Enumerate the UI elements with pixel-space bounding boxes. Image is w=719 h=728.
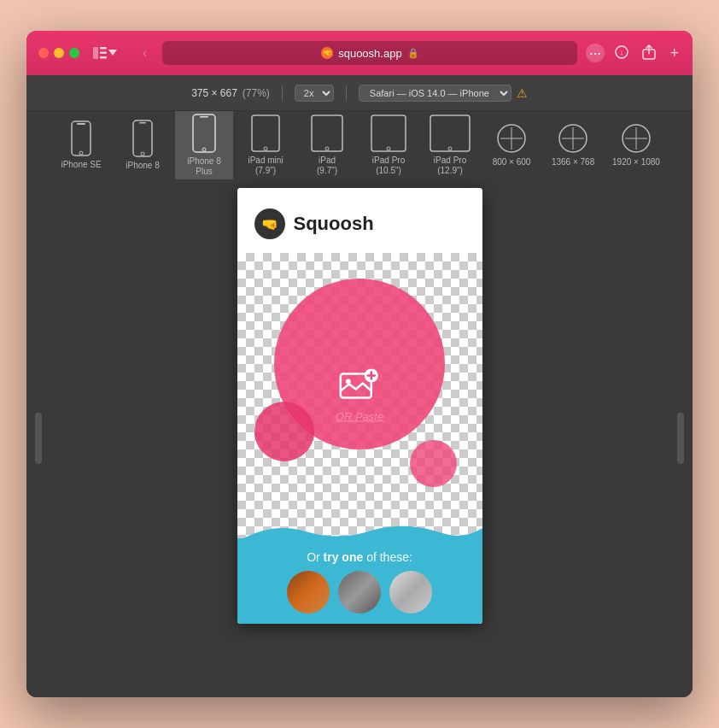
svg-rect-10 — [133, 120, 152, 156]
upload-icon — [339, 369, 380, 403]
squoosh-title: Squoosh — [294, 213, 374, 235]
device-ipad-pro-12[interactable]: iPad Pro(12.9") — [421, 111, 479, 179]
viewport-area: 🤜 Squoosh — [26, 179, 693, 697]
sample-image-3[interactable] — [389, 571, 432, 614]
svg-point-17 — [264, 147, 267, 150]
squoosh-header: 🤜 Squoosh — [237, 188, 482, 253]
blue-wave-svg — [237, 521, 482, 542]
browser-window: ‹ 🤜 squoosh.app 🔒 ··· ↓ + — [26, 31, 693, 697]
res-1920-label: 1920 × 1080 — [612, 157, 660, 167]
sample-image-2[interactable] — [338, 571, 381, 614]
sidebar-toggle-button[interactable] — [88, 44, 122, 62]
ipad-pro-10-icon — [371, 114, 406, 152]
scroll-handle-right[interactable] — [677, 413, 684, 464]
squoosh-app: 🤜 Squoosh — [237, 188, 482, 624]
squoosh-logo: 🤜 — [254, 208, 285, 239]
ipad-pro-12-icon — [430, 114, 471, 152]
ipad-pro-12-label: iPad Pro(12.9") — [434, 156, 466, 176]
separator-2 — [346, 85, 347, 101]
svg-rect-0 — [93, 47, 98, 59]
device-iphone-8-plus[interactable]: iPhone 8Plus — [175, 111, 233, 179]
iphone-8-plus-icon — [192, 114, 216, 153]
svg-rect-22 — [430, 115, 470, 151]
new-tab-button[interactable]: + — [668, 43, 681, 64]
svg-point-23 — [448, 147, 452, 150]
svg-point-19 — [325, 147, 329, 150]
res-1366-icon — [558, 123, 588, 154]
minimize-button[interactable] — [54, 48, 64, 58]
ipad-mini-icon — [251, 114, 280, 152]
drop-area[interactable]: OR Paste — [237, 253, 482, 538]
dpr-select[interactable]: 2x 1x 3x — [295, 85, 334, 102]
lock-icon: 🔒 — [407, 48, 419, 59]
svg-text:↓: ↓ — [620, 48, 624, 57]
try-one-bold: try one — [324, 550, 364, 564]
back-button[interactable]: ‹ — [136, 42, 154, 64]
res-800-label: 800 × 600 — [493, 157, 531, 167]
address-bar[interactable]: 🤜 squoosh.app 🔒 — [162, 41, 577, 65]
device-iphone-se[interactable]: iPhone SE — [52, 115, 110, 175]
device-res-1366[interactable]: 1366 × 768 — [544, 118, 602, 173]
device-selector: iPhone SE iPhone 8 iPhone — [26, 111, 693, 179]
svg-rect-7 — [72, 121, 91, 156]
svg-rect-11 — [139, 122, 146, 124]
svg-rect-16 — [252, 115, 279, 151]
try-one-suffix: of these: — [363, 550, 412, 564]
svg-point-9 — [79, 151, 83, 155]
download-button[interactable]: ↓ — [613, 44, 630, 63]
device-res-1920[interactable]: 1920 × 1080 — [605, 118, 667, 173]
svg-rect-1 — [100, 47, 107, 50]
iphone-se-icon — [71, 120, 91, 156]
maximize-button[interactable] — [69, 48, 79, 58]
responsive-bar: 375 × 667 (77%) 2x 1x 3x Safari — iOS 14… — [26, 75, 693, 111]
more-button[interactable]: ··· — [586, 44, 605, 62]
svg-point-12 — [141, 152, 144, 156]
more-icon: ··· — [590, 47, 602, 60]
svg-rect-3 — [100, 56, 107, 59]
device-iphone-8[interactable]: iPhone 8 — [114, 114, 172, 176]
iphone-8-icon — [132, 120, 153, 157]
separator-1 — [282, 85, 283, 101]
blue-section: Or try one of these: — [237, 538, 482, 624]
ipad-pro-10-label: iPad Pro(10.5") — [372, 156, 405, 176]
url-text: squoosh.app — [338, 47, 401, 60]
logo-emoji: 🤜 — [261, 216, 278, 232]
ipad-mini-label: iPad mini(7.9") — [248, 156, 283, 176]
share-button[interactable] — [640, 43, 658, 64]
device-res-800[interactable]: 800 × 600 — [482, 118, 541, 173]
svg-rect-13 — [193, 114, 215, 152]
ipad-icon — [311, 114, 343, 152]
pink-blob-bottom-right — [410, 440, 457, 487]
device-ipad-pro-10[interactable]: iPad Pro(10.5") — [360, 111, 418, 179]
iphone-8-label: iPhone 8 — [126, 161, 159, 171]
svg-point-15 — [202, 148, 206, 151]
viewport-percent: (77%) — [243, 87, 270, 99]
device-ipad-mini[interactable]: iPad mini(7.9") — [237, 111, 295, 179]
traffic-lights — [38, 48, 79, 58]
viewport-dimensions: 375 × 667 — [191, 87, 237, 99]
try-one-prefix: Or — [307, 550, 323, 564]
ipad-label: iPad(9.7") — [317, 156, 337, 176]
phone-screen: 🤜 Squoosh — [237, 188, 482, 624]
try-one-text: Or try one of these: — [251, 550, 469, 564]
or-paste-text[interactable]: OR Paste — [336, 410, 383, 423]
close-button[interactable] — [38, 48, 49, 58]
upload-area[interactable]: OR Paste — [336, 369, 383, 423]
res-800-icon — [496, 123, 527, 154]
user-agent-select[interactable]: Safari — iOS 14.0 — iPhone — [359, 85, 511, 102]
right-controls: ↓ + — [613, 43, 681, 64]
svg-rect-18 — [312, 115, 342, 151]
device-ipad[interactable]: iPad(9.7") — [298, 111, 356, 179]
nav-controls: ‹ — [136, 42, 154, 64]
scroll-handle-left[interactable] — [35, 413, 42, 464]
iphone-se-label: iPhone SE — [61, 160, 101, 170]
sample-image-1[interactable] — [287, 571, 330, 614]
svg-rect-2 — [100, 52, 107, 55]
favicon-icon: 🤜 — [321, 47, 333, 59]
svg-rect-8 — [77, 123, 85, 125]
svg-rect-14 — [200, 116, 208, 118]
svg-point-21 — [387, 147, 390, 150]
title-bar: ‹ 🤜 squoosh.app 🔒 ··· ↓ + — [26, 31, 693, 75]
svg-rect-20 — [371, 115, 406, 151]
pink-blob-bottom-left — [254, 402, 314, 461]
